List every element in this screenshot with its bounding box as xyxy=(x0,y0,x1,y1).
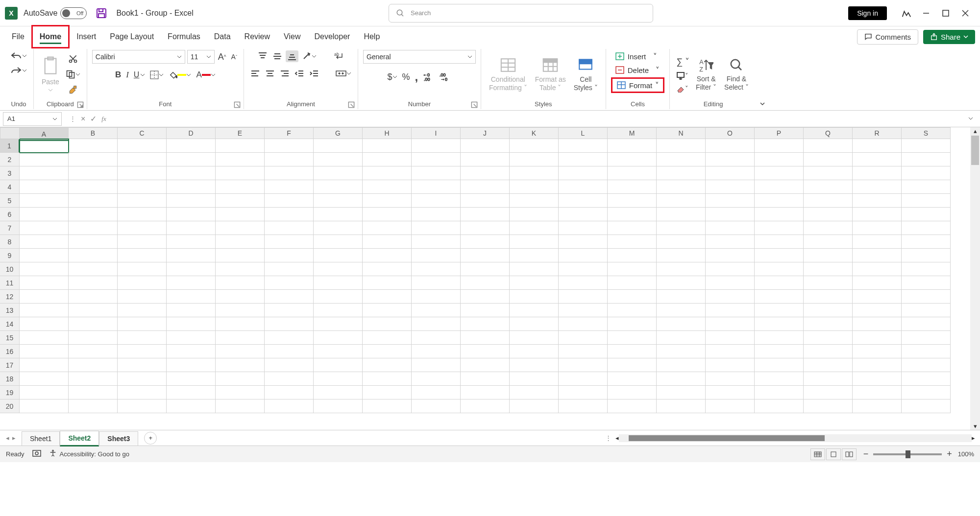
cell-K10[interactable] xyxy=(510,262,559,276)
cell-R2[interactable] xyxy=(853,153,902,166)
cell-M19[interactable] xyxy=(608,386,657,399)
column-header-G[interactable]: G xyxy=(314,127,363,139)
cell-P9[interactable] xyxy=(755,249,804,262)
cell-S17[interactable] xyxy=(902,358,951,372)
enter-formula-button[interactable]: ✓ xyxy=(90,114,97,123)
cell-A9[interactable] xyxy=(20,249,69,262)
cell-G8[interactable] xyxy=(314,235,363,249)
cell-D20[interactable] xyxy=(167,399,216,413)
fill-color-button[interactable] xyxy=(167,69,193,81)
cell-G19[interactable] xyxy=(314,386,363,399)
cell-N3[interactable] xyxy=(657,166,706,180)
cell-L12[interactable] xyxy=(559,290,608,304)
cell-P19[interactable] xyxy=(755,386,804,399)
cell-R15[interactable] xyxy=(853,331,902,345)
cell-A8[interactable] xyxy=(20,235,69,249)
cell-N15[interactable] xyxy=(657,331,706,345)
cell-H16[interactable] xyxy=(363,345,412,358)
cell-R5[interactable] xyxy=(853,194,902,208)
accounting-format-button[interactable]: $ xyxy=(386,70,399,84)
cell-C4[interactable] xyxy=(118,180,167,194)
cell-A11[interactable] xyxy=(20,276,69,290)
cell-M18[interactable] xyxy=(608,372,657,386)
cell-D18[interactable] xyxy=(167,372,216,386)
cell-J4[interactable] xyxy=(461,180,510,194)
cell-B7[interactable] xyxy=(69,221,118,235)
cell-R13[interactable] xyxy=(853,304,902,317)
cell-O1[interactable] xyxy=(706,139,755,153)
cell-P16[interactable] xyxy=(755,345,804,358)
row-header-17[interactable]: 17 xyxy=(0,358,20,372)
cell-Q17[interactable] xyxy=(804,358,853,372)
column-header-L[interactable]: L xyxy=(559,127,608,139)
cell-F6[interactable] xyxy=(265,208,314,221)
cell-E20[interactable] xyxy=(216,399,265,413)
cell-L2[interactable] xyxy=(559,153,608,166)
cell-I11[interactable] xyxy=(412,276,461,290)
cell-S19[interactable] xyxy=(902,386,951,399)
cell-D12[interactable] xyxy=(167,290,216,304)
autosave-toggle[interactable]: Off xyxy=(60,7,87,19)
cell-N8[interactable] xyxy=(657,235,706,249)
cell-O3[interactable] xyxy=(706,166,755,180)
cell-E19[interactable] xyxy=(216,386,265,399)
cell-B11[interactable] xyxy=(69,276,118,290)
cell-E18[interactable] xyxy=(216,372,265,386)
cell-D7[interactable] xyxy=(167,221,216,235)
comments-button[interactable]: Comments xyxy=(857,29,918,45)
cell-R12[interactable] xyxy=(853,290,902,304)
cell-P17[interactable] xyxy=(755,358,804,372)
cell-L10[interactable] xyxy=(559,262,608,276)
cell-O14[interactable] xyxy=(706,317,755,331)
cell-F18[interactable] xyxy=(265,372,314,386)
cell-K12[interactable] xyxy=(510,290,559,304)
cell-E3[interactable] xyxy=(216,166,265,180)
cell-B19[interactable] xyxy=(69,386,118,399)
cell-Q9[interactable] xyxy=(804,249,853,262)
cell-M4[interactable] xyxy=(608,180,657,194)
cell-A4[interactable] xyxy=(20,180,69,194)
cell-F11[interactable] xyxy=(265,276,314,290)
cell-N7[interactable] xyxy=(657,221,706,235)
horizontal-scrollbar[interactable] xyxy=(619,434,972,442)
cell-L16[interactable] xyxy=(559,345,608,358)
cell-O6[interactable] xyxy=(706,208,755,221)
cell-A19[interactable] xyxy=(20,386,69,399)
cell-S2[interactable] xyxy=(902,153,951,166)
cell-R16[interactable] xyxy=(853,345,902,358)
cell-G3[interactable] xyxy=(314,166,363,180)
cell-O8[interactable] xyxy=(706,235,755,249)
cell-G2[interactable] xyxy=(314,153,363,166)
search-box[interactable]: Search xyxy=(389,4,653,23)
cell-B2[interactable] xyxy=(69,153,118,166)
cell-D6[interactable] xyxy=(167,208,216,221)
dialog-launcher-icon[interactable] xyxy=(77,101,84,108)
cell-G18[interactable] xyxy=(314,372,363,386)
cell-O2[interactable] xyxy=(706,153,755,166)
cell-F14[interactable] xyxy=(265,317,314,331)
cell-I16[interactable] xyxy=(412,345,461,358)
cell-G4[interactable] xyxy=(314,180,363,194)
row-header-20[interactable]: 20 xyxy=(0,399,20,413)
wrap-text-button[interactable]: ab xyxy=(332,50,345,63)
cell-L3[interactable] xyxy=(559,166,608,180)
cell-M6[interactable] xyxy=(608,208,657,221)
cell-B12[interactable] xyxy=(69,290,118,304)
cell-O11[interactable] xyxy=(706,276,755,290)
paste-button[interactable]: Paste xyxy=(39,54,62,94)
select-all-corner[interactable] xyxy=(0,127,20,139)
cell-F1[interactable] xyxy=(265,139,314,153)
cell-D14[interactable] xyxy=(167,317,216,331)
cell-J6[interactable] xyxy=(461,208,510,221)
cell-P2[interactable] xyxy=(755,153,804,166)
cell-Q8[interactable] xyxy=(804,235,853,249)
column-header-E[interactable]: E xyxy=(216,127,265,139)
cell-K4[interactable] xyxy=(510,180,559,194)
row-header-8[interactable]: 8 xyxy=(0,235,20,249)
cell-E17[interactable] xyxy=(216,358,265,372)
cell-N17[interactable] xyxy=(657,358,706,372)
cell-I14[interactable] xyxy=(412,317,461,331)
cell-I10[interactable] xyxy=(412,262,461,276)
cell-C1[interactable] xyxy=(118,139,167,153)
cell-P3[interactable] xyxy=(755,166,804,180)
